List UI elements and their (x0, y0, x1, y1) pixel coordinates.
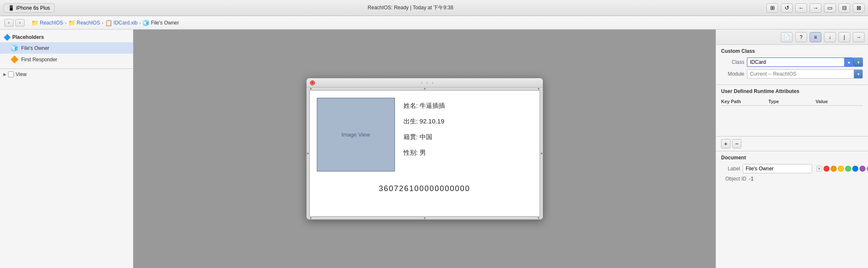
placeholders-icon: 🔷 (3, 34, 11, 41)
inspector-tab-connections[interactable]: → (853, 32, 865, 42)
breadcrumb-label-2: ReachIOS (77, 20, 100, 26)
remove-attr-button[interactable]: − (732, 139, 741, 148)
xib-file-icon: 📋 (105, 19, 112, 26)
assistant-btn[interactable]: ⊠ (853, 3, 865, 13)
swatch-red[interactable] (824, 166, 829, 172)
module-dropdown-btn[interactable]: ▾ (854, 69, 863, 79)
swatch-purple[interactable] (860, 166, 865, 172)
device-selector[interactable]: 📱 iPhone 6s Plus (3, 3, 55, 13)
swatch-blue[interactable] (852, 166, 858, 172)
xib-close-button[interactable]: × (310, 80, 315, 85)
undo-btn[interactable]: ↺ (781, 3, 793, 13)
inspector-panel: 📄 ? ≡ ↓ | → Custom Class Class ● ▾ Modul… (716, 30, 868, 268)
module-row: Module ▾ (721, 69, 863, 79)
swatch-orange[interactable] (831, 166, 837, 172)
breadcrumb-reachios-2[interactable]: 📁 ReachIOS (68, 19, 100, 26)
breadcrumb-label-4: File's Owner (151, 20, 179, 26)
resize-handle-tl[interactable] (310, 88, 312, 90)
resize-handle-bl[interactable] (310, 217, 312, 219)
image-view-label: Image View (341, 131, 370, 138)
sidebar-item-files-owner[interactable]: 🧊 File's Owner (0, 42, 133, 54)
resize-handle-tc[interactable] (424, 88, 426, 90)
objectid-value: -1 (749, 176, 754, 182)
module-input-group: ▾ (747, 69, 863, 79)
document-section: Document Label ✕ Object ID -1 (716, 151, 868, 185)
idcard-fields: 姓名: 牛逼插插 出生: 92.10.19 籍贯: 中国 性别: 男 (404, 98, 533, 172)
objectid-label: Object ID (721, 176, 746, 182)
inspector-tab-size[interactable]: | (838, 32, 850, 42)
attrs-table-header: Key Path Type Value (721, 98, 863, 106)
resize-handle-ml[interactable] (307, 153, 309, 154)
class-row: Class ● ▾ (721, 57, 863, 67)
runtime-attrs-section: User Defined Runtime Attributes Key Path… (716, 85, 868, 137)
label-label: Label (721, 166, 740, 172)
sidebar-divider (0, 68, 133, 69)
canvas-area: × • • • Image Vi (133, 30, 716, 268)
nav-forward-btn[interactable]: › (15, 19, 25, 27)
breadcrumb-bar: ‹ › 📁 ReachIOS › 📁 ReachIOS › 📋 IDCard.x… (0, 16, 868, 30)
color-swatches: ✕ (816, 166, 868, 172)
idcard-body: Image View 姓名: 牛逼插插 出生: 92.10.19 籍贯: 中国 (317, 98, 533, 172)
custom-class-title: Custom Class (721, 48, 863, 54)
add-attr-button[interactable]: + (721, 139, 730, 148)
breadcrumb-sep-2: › (102, 20, 103, 25)
class-dropdown-btn[interactable]: ▾ (854, 57, 863, 67)
breadcrumb-reachios-1[interactable]: 📁 ReachIOS (31, 19, 63, 26)
sidebar-item-first-responder[interactable]: 🔶 First Responder (0, 54, 133, 65)
grid-view-btn[interactable]: ⊞ (766, 3, 778, 13)
breadcrumb-label-3: IDCard.xib (113, 20, 138, 26)
inspector-tab-attributes[interactable]: ↓ (824, 32, 836, 42)
breadcrumb-files-owner[interactable]: 🧊 File's Owner (142, 19, 179, 26)
action-buttons: + − (716, 137, 868, 151)
split-view-btn[interactable]: ⊟ (838, 3, 850, 13)
inspector-tab-identity[interactable]: ≡ (810, 32, 821, 42)
class-label: Class (721, 59, 744, 65)
resize-handle-tr[interactable] (538, 88, 539, 90)
class-input-group: ● ▾ (747, 57, 863, 67)
folder-icon-1: 📁 (31, 19, 39, 26)
objectid-row: Object ID -1 (721, 176, 863, 182)
files-owner-icon: 🧊 (10, 44, 19, 52)
label-input[interactable] (743, 164, 812, 173)
document-section-title: Document (721, 155, 863, 161)
view-toggle-btn[interactable]: ▭ (824, 3, 836, 13)
class-input[interactable] (747, 57, 844, 67)
sidebar: 🔷 Placeholders 🧊 File's Owner 🔶 First Re… (0, 30, 133, 268)
back-btn[interactable]: ← (795, 3, 807, 13)
xib-titlebar: × • • • (307, 78, 543, 88)
resize-handle-bc[interactable] (424, 217, 426, 219)
forward-btn[interactable]: → (810, 3, 821, 13)
image-view-placeholder: Image View (317, 98, 395, 172)
placeholders-label: Placeholders (12, 34, 44, 40)
breadcrumb-idcard[interactable]: 📋 IDCard.xib (105, 19, 138, 26)
sidebar-item-view[interactable]: ▶ View (0, 70, 133, 79)
module-input[interactable] (747, 69, 854, 79)
placeholder-icon: 🧊 (142, 19, 149, 26)
swatch-yellow[interactable] (838, 166, 844, 172)
field-gender: 性别: 男 (404, 149, 533, 157)
placeholders-section: 🔷 Placeholders 🧊 File's Owner 🔶 First Re… (0, 30, 133, 68)
toolbar-right-buttons: ⊞ ↺ ← → ▭ ⊟ ⊠ (766, 3, 865, 13)
toolbar: 📱 iPhone 6s Plus ReachIOS: Ready | Today… (0, 0, 868, 16)
field-hometown: 籍贯: 中国 (404, 133, 533, 141)
nav-back-btn[interactable]: ‹ (4, 19, 14, 27)
resize-handle-mr[interactable] (541, 153, 542, 154)
class-select-btn[interactable]: ● (844, 57, 854, 67)
idcard-number: 360726100000000000 (317, 180, 533, 197)
first-responder-icon: 🔶 (10, 55, 19, 63)
xib-title-dots: • • • (317, 81, 539, 85)
swatch-green[interactable] (845, 166, 851, 172)
device-icon: 📱 (8, 5, 14, 11)
swatch-clear[interactable]: ✕ (816, 166, 822, 172)
breadcrumb-sep-1: › (65, 20, 66, 25)
field-name: 姓名: 牛逼插插 (404, 102, 533, 110)
resize-handle-br[interactable] (538, 217, 539, 219)
view-label: View (16, 71, 27, 77)
view-checkbox[interactable] (8, 71, 14, 77)
inspector-tab-file[interactable]: 📄 (781, 32, 793, 42)
runtime-attrs-title: User Defined Runtime Attributes (721, 88, 863, 94)
label-row: Label ✕ (721, 164, 863, 173)
files-owner-label: File's Owner (21, 45, 49, 51)
inspector-tab-help[interactable]: ? (795, 32, 807, 42)
col-type: Type (768, 99, 816, 104)
